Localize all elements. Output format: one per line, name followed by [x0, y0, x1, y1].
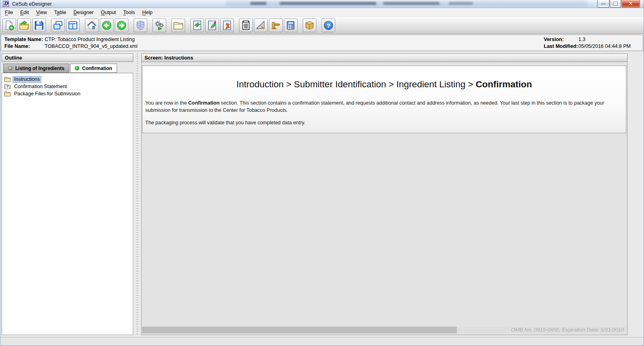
gears-run-icon [154, 20, 165, 31]
calculator-icon [285, 20, 296, 31]
folder-icon [4, 76, 11, 82]
status-green-icon [75, 66, 79, 70]
new-document-button[interactable] [2, 19, 16, 32]
design-tools-button[interactable] [254, 19, 268, 32]
outline-tree: Instructions ? Confirmation Statement Pa… [2, 73, 133, 335]
file-name-label: File Name: [4, 43, 45, 49]
folder-question-icon: ? [4, 84, 11, 89]
outline-panel: Outline Listing of Ingredients Confirmat… [2, 54, 133, 335]
tab-listing-of-ingredients[interactable]: Listing of Ingredients [3, 64, 69, 73]
menu-edit[interactable]: Edit [17, 8, 33, 16]
home-button[interactable] [85, 19, 99, 32]
save-button[interactable] [32, 19, 46, 32]
menu-table[interactable]: Table [51, 8, 70, 16]
split-view-button[interactable] [66, 19, 80, 32]
design-tools-icon [256, 20, 266, 31]
gavel-icon [270, 20, 281, 31]
navigate-forward-button[interactable] [115, 19, 128, 32]
screen-panel: Screen: Instructions Introduction > Subm… [141, 54, 627, 335]
open-folder-button[interactable] [171, 19, 185, 32]
new-document-icon [4, 20, 14, 31]
menu-view[interactable]: View [33, 8, 51, 16]
tab-label: Listing of Ingredients [15, 66, 64, 71]
version-label: Version: [544, 37, 578, 42]
run-process-button[interactable] [153, 19, 166, 32]
open-file-button[interactable] [17, 19, 31, 32]
tree-item-package-files[interactable]: Package Files for Submission [4, 90, 133, 97]
report-form-button[interactable] [239, 19, 253, 32]
help-button[interactable]: ? [322, 19, 335, 32]
svg-text:?: ? [326, 22, 330, 29]
edit-document-button[interactable] [205, 19, 219, 32]
file-info-bar: Template Name: CTP: Tobacco Product Ingr… [1, 35, 643, 51]
edit-document-icon [207, 20, 217, 31]
app-icon: D [3, 1, 9, 7]
last-modified-value: 05/05/2016 04:44:8 PM [578, 43, 631, 49]
menu-bar: File Edit View Table Designer Output Too… [0, 8, 644, 17]
menu-designer[interactable]: Designer [70, 8, 97, 16]
status-bar [0, 337, 644, 346]
back-icon [101, 20, 112, 31]
export-document-icon [222, 20, 232, 31]
restore-button[interactable] [610, 0, 621, 8]
status-gray-icon [8, 66, 12, 70]
tree-item-instructions[interactable]: Instructions [4, 76, 133, 83]
help-icon: ? [323, 20, 334, 31]
minimize-button[interactable] [597, 0, 609, 8]
title-bar[interactable]: D CeSub eDesigner ✕ [0, 0, 644, 8]
svg-text:?: ? [6, 84, 8, 89]
window-title: CeSub eDesigner [12, 1, 52, 7]
menu-output[interactable]: Output [97, 8, 120, 16]
tree-item-confirmation-statement[interactable]: ? Confirmation Statement [4, 83, 133, 90]
restore-icon [614, 2, 617, 5]
menu-help[interactable]: Help [138, 8, 156, 16]
forward-icon [116, 20, 127, 31]
screen-header: Screen: Instructions [141, 54, 627, 62]
tab-confirmation[interactable]: Confirmation [70, 64, 117, 73]
instructions-box: Introduction > Submitter Identification … [142, 66, 626, 133]
screen-body: Introduction > Submitter Identification … [141, 62, 627, 335]
cascade-windows-icon [53, 20, 63, 31]
last-modified-label: Last Modified: [544, 43, 578, 49]
template-name-value: CTP: Tobacco Product Ingredient Listing [45, 37, 137, 42]
report-form-icon [241, 20, 251, 31]
gavel-button[interactable] [269, 19, 283, 32]
outline-tabs: Listing of Ingredients Confirmation [2, 64, 133, 73]
tab-label: Confirmation [82, 66, 112, 71]
import-document-icon [192, 20, 202, 31]
instructions-paragraph-1: You are now in the Confirmation section.… [145, 100, 623, 114]
breadcrumb-current: Confirmation [476, 79, 532, 89]
menu-file[interactable]: File [1, 8, 17, 16]
shield-icon [135, 20, 146, 31]
panel-splitter[interactable] [133, 54, 141, 335]
scrollbar-thumb[interactable] [142, 327, 457, 334]
toolbar: ? [0, 17, 644, 34]
calculator-button[interactable] [284, 19, 297, 32]
package-icon [304, 20, 315, 31]
save-icon [34, 20, 44, 31]
outline-header: Outline [2, 54, 133, 62]
export-document-button[interactable] [220, 19, 234, 32]
import-document-button[interactable] [190, 19, 204, 32]
tree-item-label: Instructions [13, 76, 41, 82]
validate-shield-button[interactable] [134, 19, 147, 32]
breadcrumb-path: Introduction > Submitter Identification … [236, 79, 476, 89]
package-box-button[interactable] [303, 19, 316, 32]
split-view-icon [68, 20, 78, 31]
close-button[interactable]: ✕ [621, 0, 640, 8]
version-value: 1.3 [578, 37, 631, 42]
template-name-label: Template Name: [4, 37, 45, 42]
window-controls: ✕ [597, 0, 640, 8]
main-area: Outline Listing of Ingredients Confirmat… [0, 52, 644, 335]
folder-icon [173, 20, 184, 31]
breadcrumb: Introduction > Submitter Identification … [142, 79, 626, 90]
folder-icon [4, 91, 11, 97]
menu-tools[interactable]: Tools [120, 8, 138, 16]
navigate-back-button[interactable] [100, 19, 114, 32]
instructions-paragraph-2: The packaging process will validate that… [145, 119, 623, 127]
file-name-value: TOBACCO_INTRO_904_v5_updated.xml [45, 43, 137, 49]
cascade-windows-button[interactable] [51, 19, 65, 32]
tree-item-label: Confirmation Statement [13, 84, 68, 90]
omb-footer-note: OMB No. 0910-0650, Expiration Date: 5/31… [511, 327, 624, 334]
background-window-blur [225, 1, 588, 6]
